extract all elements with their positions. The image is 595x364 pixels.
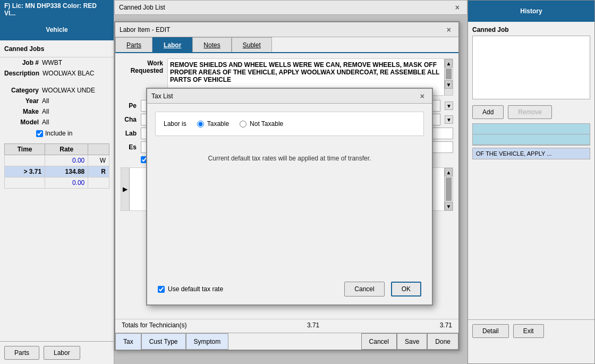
- time-col-header: Time: [5, 144, 45, 155]
- year-value: All: [42, 97, 49, 105]
- scroll-up[interactable]: ▲: [445, 59, 453, 67]
- labor-bottom-tabs: Tax Cust Type Symptom Cancel Save Done: [115, 333, 458, 350]
- lab-label: Lab: [121, 130, 137, 137]
- job-number-value: WWBT: [42, 59, 62, 66]
- tax-dialog-close[interactable]: ×: [417, 91, 428, 101]
- table-row[interactable]: 0.00: [5, 177, 109, 189]
- remove-button[interactable]: Remove: [508, 105, 552, 119]
- job-number-label: Job #: [4, 59, 39, 66]
- include-checkbox[interactable]: [36, 130, 43, 137]
- tab-parts[interactable]: Parts: [115, 37, 152, 52]
- add-remove-buttons: Add Remove: [472, 105, 590, 119]
- tab-labor[interactable]: Labor: [152, 37, 192, 52]
- history-panel: History Canned Job Add Remove OF THE VEH…: [468, 0, 595, 364]
- use-default-row: Use default tax rate: [158, 285, 223, 293]
- not-taxable-radio[interactable]: [240, 121, 246, 128]
- category-label: Category: [4, 87, 39, 94]
- add-button[interactable]: Add: [472, 105, 504, 119]
- content-scroll-down[interactable]: ▼: [445, 202, 453, 210]
- include-in-row: Include in: [32, 128, 114, 139]
- model-label: Model: [4, 118, 39, 126]
- not-taxable-radio-label[interactable]: Not Taxable: [240, 120, 283, 128]
- table-row[interactable]: 0.00 W: [5, 155, 109, 166]
- labor-is-label: Labor is: [164, 120, 186, 128]
- taxable-radio-label[interactable]: Taxable: [197, 120, 229, 128]
- tax-cancel-button[interactable]: Cancel: [344, 282, 384, 297]
- tax-dialog-titlebar: Tax List ×: [147, 89, 432, 104]
- history-row-1[interactable]: [473, 124, 590, 134]
- tax-ok-button[interactable]: OK: [391, 282, 421, 297]
- scroll-down[interactable]: ▼: [445, 80, 453, 89]
- row3-suffix: [88, 177, 109, 189]
- model-row: Model All: [0, 117, 114, 128]
- labor-edit-titlebar: Labor Item - EDIT ×: [115, 22, 458, 37]
- canned-job-list-title: Canned Job List: [119, 4, 165, 11]
- cancel-button[interactable]: Cancel: [361, 333, 397, 350]
- tax-dialog: Tax List × Labor is Taxable Not Taxable …: [146, 88, 433, 306]
- make-value: All: [42, 108, 49, 115]
- make-label: Make: [4, 108, 39, 115]
- year-label: Year: [4, 97, 39, 105]
- rate-col-header: Rate: [45, 144, 88, 155]
- tab-notes[interactable]: Notes: [192, 37, 231, 52]
- canned-jobs-title: Canned Jobs: [0, 40, 114, 57]
- job-number-row: Job # WWBT: [0, 57, 114, 68]
- sidebar-bottom-buttons: Parts Labor: [0, 341, 114, 364]
- tab-sublet[interactable]: Sublet: [232, 37, 272, 52]
- detail-exit-buttons: Detail Exit: [468, 319, 594, 342]
- row2-time: > 3.71: [5, 166, 45, 177]
- labor-tabs-bar: Parts Labor Notes Sublet: [115, 37, 458, 53]
- canned-job-textarea[interactable]: [472, 36, 590, 99]
- tax-dialog-buttons: Cancel OK: [344, 282, 421, 297]
- detail-button[interactable]: Detail: [472, 324, 509, 338]
- use-default-checkbox[interactable]: [158, 286, 165, 293]
- row1-suffix: W: [88, 155, 109, 166]
- history-row-2[interactable]: [473, 134, 590, 145]
- content-scroll-up[interactable]: ▲: [445, 168, 453, 176]
- row2-suffix: R: [88, 166, 109, 177]
- not-taxable-label-text: Not Taxable: [250, 120, 283, 128]
- save-button[interactable]: Save: [397, 333, 427, 350]
- labor-edit-title: Labor Item - EDIT: [120, 26, 170, 33]
- row3-rate: 0.00: [45, 177, 88, 189]
- history-content: Canned Job Add Remove OF THE VEHICLE, AP…: [468, 22, 594, 164]
- description-label: Description: [4, 70, 39, 77]
- table-row[interactable]: > 3.71 134.88 R: [5, 166, 109, 177]
- totals-row: Totals for Technician(s) 3.71 3.71: [115, 319, 458, 331]
- work-requested-text: REMOVE SHIELDS AND WHEEL WELLS WERE WE C…: [170, 61, 439, 83]
- row2-rate: 134.88: [45, 166, 88, 177]
- total-val2: 3.71: [440, 321, 452, 329]
- taxable-radio[interactable]: [197, 121, 204, 128]
- done-button[interactable]: Done: [427, 333, 458, 350]
- history-title: History: [520, 7, 542, 15]
- lic-bar: F) Lic: MN DHP338 Color: RED VI...: [0, 0, 114, 19]
- pe-dropdown[interactable]: ▼: [445, 101, 453, 110]
- model-value: All: [42, 118, 49, 126]
- time-rate-table: Time Rate 0.00 W > 3.71 134.88 R 0.00: [4, 143, 109, 189]
- bottom-tab-cust-type[interactable]: Cust Type: [141, 333, 186, 350]
- bottom-tab-tax[interactable]: Tax: [115, 333, 141, 350]
- row3-time: [5, 177, 45, 189]
- history-list: [472, 123, 590, 146]
- description-value: WOOLWAX BLAC: [42, 70, 94, 77]
- use-default-label: Use default tax rate: [168, 285, 223, 293]
- cha-dropdown[interactable]: ▼: [445, 115, 453, 124]
- labor-edit-close[interactable]: ×: [444, 24, 454, 35]
- taxable-label-text: Taxable: [207, 120, 229, 128]
- lic-text: F) Lic: MN DHP338 Color: RED VI...: [4, 2, 97, 17]
- tax-dialog-title: Tax List: [151, 92, 173, 100]
- vehicle-titlebar: Vehicle: [0, 19, 114, 40]
- description-row: Description WOOLWAX BLAC: [0, 68, 114, 79]
- row1-time: [5, 155, 45, 166]
- canned-job-label: Canned Job: [472, 26, 590, 33]
- history-text-row: OF THE VEHICLE, APPLY ...: [472, 148, 590, 159]
- sidebar-panel: F) Lic: MN DHP338 Color: RED VI... Vehic…: [0, 0, 114, 364]
- canned-job-list-close[interactable]: ×: [452, 2, 463, 13]
- parts-button[interactable]: Parts: [4, 346, 39, 360]
- bottom-tab-symptom[interactable]: Symptom: [186, 333, 229, 350]
- labor-button[interactable]: Labor: [44, 346, 80, 360]
- exit-button[interactable]: Exit: [513, 324, 544, 338]
- expand-arrow[interactable]: ▶: [123, 185, 128, 193]
- year-row: Year All: [0, 96, 114, 106]
- include-label: Include in: [45, 130, 72, 137]
